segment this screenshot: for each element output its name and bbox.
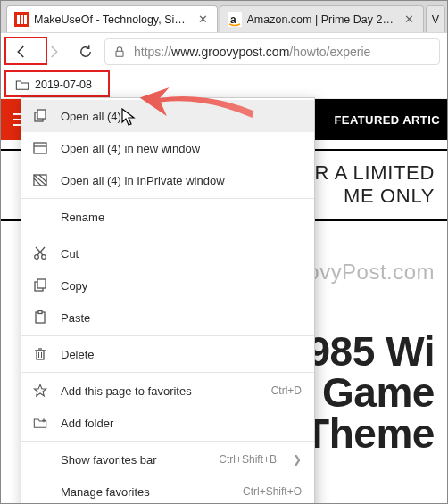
shortcut-label: Ctrl+Shift+O (243, 485, 302, 498)
menu-separator (21, 235, 314, 235)
tab-close-icon[interactable]: ✕ (403, 12, 416, 26)
svg-rect-8 (37, 110, 46, 119)
menu-open-all[interactable]: Open all (4) (21, 100, 314, 132)
refresh-button[interactable] (72, 38, 99, 65)
svg-rect-9 (34, 143, 46, 153)
forward-button[interactable] (40, 38, 67, 65)
browser-tab-2[interactable]: a Amazon.com | Prime Day 2019 ✕ (220, 5, 424, 32)
favorites-folder-label: 2019-07-08 (35, 78, 92, 91)
tab-title: Amazon.com | Prime Day 2019 (247, 13, 399, 26)
menu-cut[interactable]: Cut (21, 237, 314, 269)
tab-title: MakeUseOf - Technology, Simpli (34, 13, 192, 26)
tab-close-icon[interactable]: ✕ (197, 12, 210, 26)
menu-open-all-inprivate[interactable]: Open all (4) in InPrivate window (21, 164, 314, 196)
menu-add-folder[interactable]: Add folder (21, 407, 314, 439)
featured-label: FEATURED ARTIC (334, 113, 447, 127)
svg-rect-1 (17, 15, 20, 24)
browser-tab-1[interactable]: MakeUseOf - Technology, Simpli ✕ (6, 5, 218, 32)
shortcut-label: Ctrl+Shift+B (219, 453, 277, 466)
folder-icon (15, 78, 29, 91)
window-icon (32, 140, 48, 156)
muo-favicon (14, 12, 29, 27)
svg-rect-2 (21, 15, 23, 24)
pages-icon (32, 108, 48, 124)
svg-point-13 (42, 255, 46, 260)
chevron-right-icon: ❯ (293, 453, 302, 466)
copy-icon (32, 277, 48, 293)
paste-icon (32, 310, 48, 326)
menu-manage-favorites[interactable]: Manage favorites Ctrl+Shift+O (21, 475, 314, 504)
menu-separator (21, 441, 314, 442)
navigation-bar: https://www.groovypost.com/howto/experie (1, 33, 447, 70)
svg-rect-19 (38, 311, 42, 314)
tab-title: V (432, 13, 439, 26)
svg-rect-6 (116, 51, 123, 56)
favorites-folder[interactable]: 2019-07-08 (10, 77, 97, 93)
cut-icon (32, 245, 48, 261)
menu-add-page-to-favorites[interactable]: Add this page to favorites Ctrl+D (21, 375, 314, 407)
folder-plus-icon (32, 415, 48, 431)
trash-icon (32, 346, 48, 362)
menu-delete[interactable]: Delete (21, 338, 314, 370)
menu-open-all-new-window[interactable]: Open all (4) in new window (21, 132, 314, 164)
amazon-favicon: a (228, 12, 242, 27)
svg-point-12 (35, 255, 39, 260)
menu-rename[interactable]: Rename (21, 201, 314, 233)
browser-tab-3[interactable]: V (426, 5, 445, 32)
back-button[interactable] (8, 38, 35, 65)
svg-text:a: a (230, 13, 236, 26)
svg-rect-17 (37, 279, 46, 288)
lock-icon (112, 45, 127, 59)
menu-separator (21, 335, 314, 336)
svg-rect-3 (24, 15, 27, 24)
tab-strip: MakeUseOf - Technology, Simpli ✕ a Amazo… (1, 1, 447, 33)
menu-copy[interactable]: Copy (21, 269, 314, 302)
star-icon (32, 383, 48, 399)
menu-separator (21, 372, 314, 373)
address-bar[interactable]: https://www.groovypost.com/howto/experie (104, 38, 440, 65)
menu-separator (21, 198, 314, 199)
menu-show-favorites-bar[interactable]: Show favorites bar Ctrl+Shift+B ❯ (21, 443, 314, 475)
favorites-bar: 2019-07-08 (1, 70, 447, 99)
shortcut-label: Ctrl+D (271, 384, 302, 397)
menu-paste[interactable]: Paste (21, 302, 314, 334)
context-menu: Open all (4) Open all (4) in new window … (21, 97, 315, 504)
url-text: https://www.groovypost.com/howto/experie (134, 45, 370, 59)
svg-rect-20 (37, 351, 44, 359)
inprivate-icon (32, 172, 48, 188)
